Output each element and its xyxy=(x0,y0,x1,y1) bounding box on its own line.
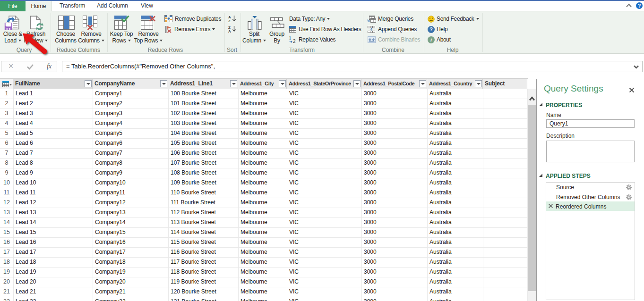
svg-text:2: 2 xyxy=(293,39,296,43)
svg-text:1: 1 xyxy=(289,36,292,41)
svg-text:A: A xyxy=(228,29,231,33)
svg-text:Z: Z xyxy=(228,19,231,22)
